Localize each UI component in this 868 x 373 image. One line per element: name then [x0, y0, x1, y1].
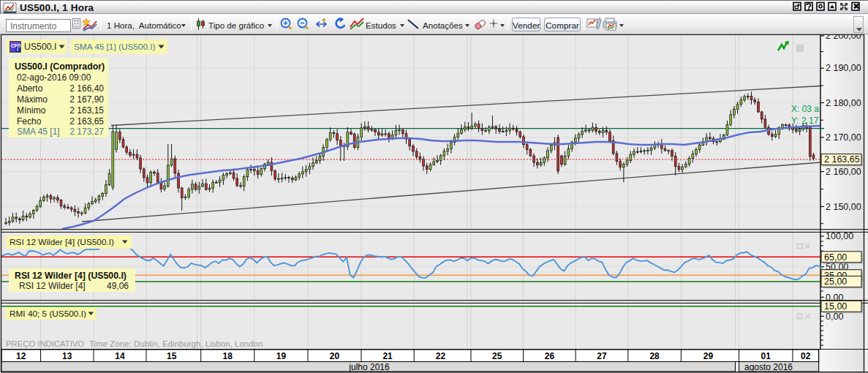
svg-text:29: 29	[703, 351, 714, 361]
svg-text:2 170,00: 2 170,00	[826, 132, 861, 143]
svg-text:US500.I (Comprador): US500.I (Comprador)	[15, 61, 105, 72]
svg-text:PREÇO INDICATIVO: PREÇO INDICATIVO	[6, 339, 84, 348]
svg-text:2 163,15: 2 163,15	[69, 105, 104, 116]
svg-text:2 167,90: 2 167,90	[69, 94, 104, 105]
svg-text:SMA 45 [1]: SMA 45 [1]	[17, 127, 60, 137]
svg-text:02: 02	[801, 351, 811, 361]
svg-text:Mínimo: Mínimo	[17, 105, 46, 116]
svg-text:2 163,65: 2 163,65	[69, 116, 104, 127]
svg-text:26: 26	[545, 351, 555, 361]
svg-text:Fecho: Fecho	[17, 116, 42, 127]
svg-text:25,00: 25,00	[824, 276, 847, 287]
svg-text:12: 12	[16, 351, 26, 361]
svg-text:agosto 2016: agosto 2016	[744, 362, 793, 372]
svg-text:28: 28	[649, 351, 660, 361]
svg-text:2 180,00: 2 180,00	[826, 98, 861, 108]
svg-text:2 166,40: 2 166,40	[69, 83, 104, 94]
svg-text:2 150,00: 2 150,00	[826, 202, 861, 212]
svg-text:21: 21	[382, 351, 393, 361]
svg-text:13: 13	[62, 351, 72, 361]
svg-text:22: 22	[436, 351, 446, 361]
svg-text:RSI 12 Wilder [4]: RSI 12 Wilder [4]	[19, 281, 86, 291]
svg-text:27: 27	[597, 351, 607, 361]
svg-text:julho 2016: julho 2016	[348, 362, 390, 372]
svg-text:2 173,27: 2 173,27	[69, 127, 104, 137]
svg-text:RSI 12 Wilder [4] (US500.I): RSI 12 Wilder [4] (US500.I)	[10, 237, 114, 247]
svg-text:20: 20	[330, 351, 340, 361]
svg-text:25: 25	[492, 351, 502, 361]
svg-text:CFD: CFD	[11, 43, 21, 48]
svg-text:2 200,00: 2 200,00	[826, 34, 861, 41]
svg-text:Aberto: Aberto	[17, 83, 43, 94]
svg-text:65,00: 65,00	[824, 252, 847, 263]
svg-text:01: 01	[761, 351, 771, 361]
svg-text:2 160,00: 2 160,00	[826, 167, 861, 177]
svg-text:18: 18	[223, 351, 233, 361]
svg-text:15,00: 15,00	[824, 301, 847, 312]
svg-text:Y: 2 17: Y: 2 17	[791, 116, 819, 126]
svg-text:X: 03 a: X: 03 a	[791, 104, 819, 114]
svg-text:i: i	[17, 47, 18, 52]
svg-text:Máximo: Máximo	[17, 94, 48, 105]
svg-text:49,06: 49,06	[107, 281, 129, 291]
svg-text:02-ago-2016 09:00: 02-ago-2016 09:00	[17, 72, 91, 83]
svg-text:19: 19	[276, 351, 287, 361]
svg-text:15: 15	[167, 351, 177, 361]
svg-text:2 190,00: 2 190,00	[826, 63, 861, 73]
svg-text:RSI 12 Wilder [4] (US500.I): RSI 12 Wilder [4] (US500.I)	[15, 271, 127, 281]
svg-text:100,00: 100,00	[826, 231, 853, 241]
svg-text:SMA 45 [1] (US500.I): SMA 45 [1] (US500.I)	[74, 42, 156, 52]
svg-text:US500.I: US500.I	[24, 42, 56, 52]
svg-text:Time Zone: Dublin, Edinburgh,: Time Zone: Dublin, Edinburgh, Lisbon, Lo…	[89, 339, 263, 348]
svg-text:2 163,65: 2 163,65	[824, 154, 860, 165]
svg-text:RMI 40; 5 (US500.I): RMI 40; 5 (US500.I)	[10, 309, 86, 319]
svg-text:14: 14	[115, 351, 125, 361]
